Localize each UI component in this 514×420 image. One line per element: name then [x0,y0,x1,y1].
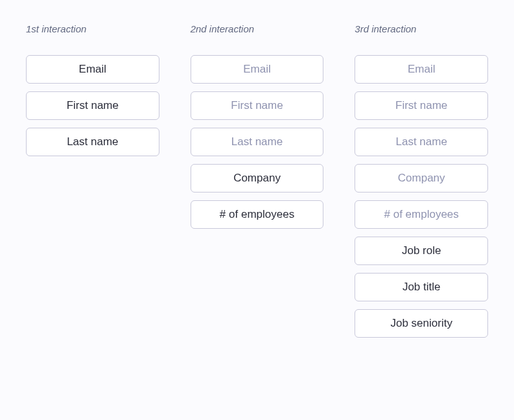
field-label: # of employees [384,208,459,221]
column-header: 1st interaction [26,23,159,34]
field-first-name[interactable]: First name [26,91,159,120]
field-email[interactable]: Email [26,55,159,84]
field-job-title[interactable]: Job title [355,273,488,301]
field-num-employees[interactable]: # of employees [355,200,488,229]
field-last-name[interactable]: Last name [26,128,159,156]
field-label: First name [395,99,447,112]
field-label: Last name [231,135,283,148]
column-header: 3rd interaction [355,23,488,34]
field-num-employees[interactable]: # of employees [191,200,324,229]
interaction-column-3: 3rd interaction Email First name Last na… [355,23,488,345]
field-last-name[interactable]: Last name [355,128,488,156]
field-label: Last name [395,135,447,148]
field-last-name[interactable]: Last name [191,128,324,156]
field-label: Job role [402,244,441,257]
field-first-name[interactable]: First name [191,91,324,120]
field-label: Company [233,172,281,185]
field-label: Job seniority [390,317,452,330]
field-label: Email [79,63,107,76]
field-email[interactable]: Email [355,55,488,84]
column-header: 2nd interaction [191,23,324,34]
field-label: # of employees [220,208,294,221]
columns-container: 1st interaction Email First name Last na… [26,23,488,345]
field-company[interactable]: Company [355,164,488,192]
field-label: First name [67,99,119,112]
field-label: Email [408,63,436,76]
field-label: Last name [67,135,118,148]
field-label: Company [398,172,445,185]
field-email[interactable]: Email [191,55,324,84]
interaction-column-1: 1st interaction Email First name Last na… [26,23,159,345]
field-company[interactable]: Company [191,164,324,192]
field-label: Email [243,63,271,76]
interaction-column-2: 2nd interaction Email First name Last na… [191,23,324,345]
field-job-seniority[interactable]: Job seniority [355,309,488,338]
field-job-role[interactable]: Job role [355,237,488,265]
field-label: Job title [403,281,441,294]
field-label: First name [231,99,283,112]
field-first-name[interactable]: First name [355,91,488,120]
